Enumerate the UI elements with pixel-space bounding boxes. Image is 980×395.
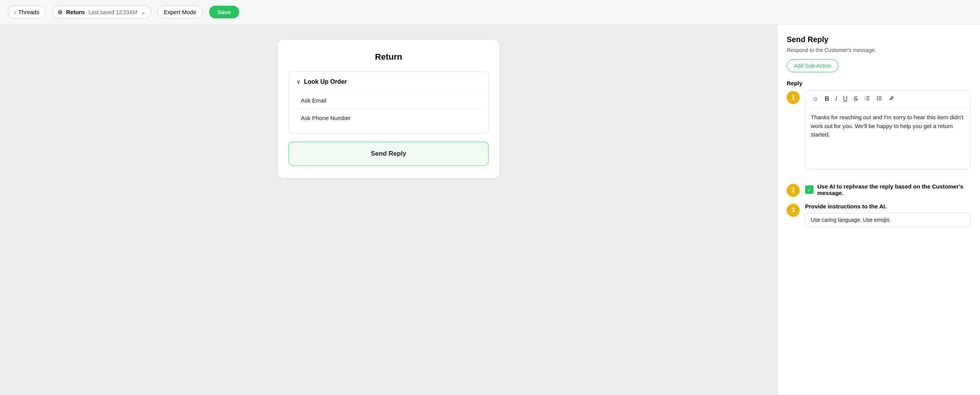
svg-point-11 bbox=[877, 99, 878, 101]
unordered-list-button[interactable] bbox=[874, 94, 885, 104]
step-3-badge: 3 bbox=[787, 204, 800, 217]
ai-rephrase-checkbox[interactable]: ✓ bbox=[805, 185, 813, 194]
step-2-row: 2 ✓ Use AI to rephrase the reply based o… bbox=[787, 183, 971, 197]
save-button[interactable]: Save bbox=[209, 6, 239, 18]
chevron-down-icon: ⌄ bbox=[141, 9, 145, 15]
svg-point-10 bbox=[877, 98, 878, 99]
right-panel-description: Respond to the Customer's message. bbox=[787, 47, 971, 53]
lookup-chevron-icon: ∨ bbox=[296, 79, 300, 85]
reply-editor: ☺ B I U S 1 2 3 bbox=[805, 90, 971, 169]
card-title: Return bbox=[288, 52, 489, 62]
status-dot-icon bbox=[58, 10, 62, 15]
step-3-row: 3 Provide instructions to the AI. bbox=[787, 203, 971, 227]
bold-button[interactable]: B bbox=[822, 94, 831, 104]
strikethrough-button[interactable]: S bbox=[851, 94, 860, 104]
ai-rephrase-row: ✓ Use AI to rephrase the reply based on … bbox=[805, 183, 971, 196]
instructions-input[interactable] bbox=[805, 213, 971, 227]
main-layout: Return ∨ Look Up Order Ask Email Ask Pho… bbox=[0, 24, 980, 395]
return-card: Return ∨ Look Up Order Ask Email Ask Pho… bbox=[278, 40, 500, 178]
lookup-items-list: Ask Email Ask Phone Number bbox=[296, 91, 481, 127]
italic-button[interactable]: I bbox=[833, 94, 839, 104]
lookup-order-label: Look Up Order bbox=[304, 78, 347, 85]
list-item[interactable]: Ask Phone Number bbox=[296, 109, 481, 127]
link-button[interactable] bbox=[886, 94, 897, 104]
send-reply-button[interactable]: Send Reply bbox=[288, 141, 489, 166]
reply-section-label: Reply bbox=[787, 80, 971, 86]
svg-point-9 bbox=[877, 96, 878, 98]
return-title: Return bbox=[66, 9, 85, 15]
editor-toolbar: ☺ B I U S 1 2 3 bbox=[805, 91, 970, 108]
list-item[interactable]: Ask Email bbox=[296, 91, 481, 109]
threads-label: Threads bbox=[18, 9, 39, 15]
reply-editor-content[interactable]: Thanks for reaching out and I'm sorry to… bbox=[805, 108, 970, 169]
step-2-content: ✓ Use AI to rephrase the reply based on … bbox=[805, 183, 971, 196]
left-panel: Return ∨ Look Up Order Ask Email Ask Pho… bbox=[0, 24, 777, 395]
add-sub-action-button[interactable]: Add Sub-Action bbox=[787, 59, 838, 72]
expert-mode-button[interactable]: Expert Mode bbox=[157, 6, 203, 18]
underline-button[interactable]: U bbox=[841, 94, 850, 104]
step-2-badge: 2 bbox=[787, 184, 800, 197]
threads-button[interactable]: ‹ Threads bbox=[8, 6, 46, 18]
step-3-content: Provide instructions to the AI. bbox=[805, 203, 971, 227]
svg-text:3: 3 bbox=[864, 99, 866, 101]
lookup-order-header[interactable]: ∨ Look Up Order bbox=[296, 78, 481, 85]
right-panel-title: Send Reply bbox=[787, 35, 971, 44]
chevron-left-icon: ‹ bbox=[14, 9, 16, 15]
ordered-list-button[interactable]: 1 2 3 bbox=[862, 94, 872, 104]
step-1-badge: 1 bbox=[787, 91, 800, 104]
step-1-content: ☺ B I U S 1 2 3 bbox=[805, 90, 971, 177]
return-title-area[interactable]: Return Last saved 12:33AM ⌄ bbox=[52, 6, 151, 18]
topbar: ‹ Threads Return Last saved 12:33AM ⌄ Ex… bbox=[0, 0, 980, 24]
step-1-row: 1 ☺ B I U S 1 bbox=[787, 90, 971, 177]
emoji-button[interactable]: ☺ bbox=[810, 94, 821, 104]
right-panel: Send Reply Respond to the Customer's mes… bbox=[777, 24, 980, 395]
provide-instructions-label: Provide instructions to the AI. bbox=[805, 203, 971, 210]
last-saved-text: Last saved 12:33AM bbox=[88, 9, 137, 15]
lookup-order-section: ∨ Look Up Order Ask Email Ask Phone Numb… bbox=[288, 71, 489, 134]
ai-rephrase-label: Use AI to rephrase the reply based on th… bbox=[817, 183, 971, 196]
